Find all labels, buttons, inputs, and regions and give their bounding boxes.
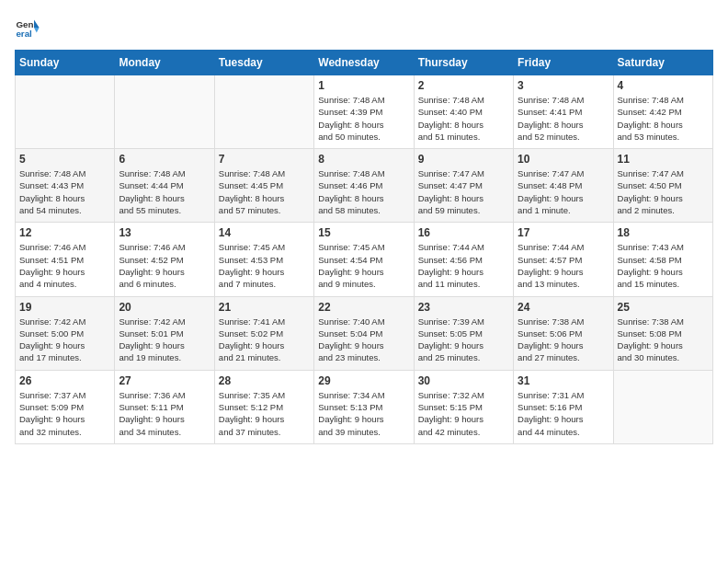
day-number: 1 [318, 79, 409, 92]
day-number: 11 [618, 153, 709, 166]
calendar-table: SundayMondayTuesdayWednesdayThursdayFrid… [15, 50, 713, 444]
day-cell: 13Sunrise: 7:46 AM Sunset: 4:52 PM Dayli… [115, 223, 214, 296]
day-number: 30 [418, 374, 509, 387]
week-row-5: 26Sunrise: 7:37 AM Sunset: 5:09 PM Dayli… [16, 370, 713, 443]
day-cell: 22Sunrise: 7:40 AM Sunset: 5:04 PM Dayli… [314, 296, 414, 370]
day-number: 27 [119, 374, 210, 387]
day-cell: 10Sunrise: 7:47 AM Sunset: 4:48 PM Dayli… [514, 149, 613, 223]
logo-icon: Gen eral [15, 15, 40, 40]
week-row-1: 1Sunrise: 7:48 AM Sunset: 4:39 PM Daylig… [16, 75, 713, 149]
day-info: Sunrise: 7:40 AM Sunset: 5:04 PM Dayligh… [318, 316, 409, 364]
header-day-thursday: Thursday [414, 51, 513, 75]
day-info: Sunrise: 7:42 AM Sunset: 5:01 PM Dayligh… [119, 316, 210, 364]
day-number: 13 [119, 226, 210, 239]
day-number: 14 [219, 226, 310, 239]
day-info: Sunrise: 7:43 AM Sunset: 4:58 PM Dayligh… [618, 241, 709, 290]
day-cell: 21Sunrise: 7:41 AM Sunset: 5:02 PM Dayli… [214, 296, 313, 370]
header-day-saturday: Saturday [613, 51, 712, 75]
day-number: 31 [518, 374, 609, 387]
day-info: Sunrise: 7:48 AM Sunset: 4:44 PM Dayligh… [119, 167, 210, 216]
day-cell: 7Sunrise: 7:48 AM Sunset: 4:45 PM Daylig… [214, 149, 313, 223]
day-number: 21 [219, 301, 310, 314]
day-info: Sunrise: 7:47 AM Sunset: 4:47 PM Dayligh… [418, 167, 509, 216]
day-number: 17 [518, 226, 609, 239]
day-cell: 27Sunrise: 7:36 AM Sunset: 5:11 PM Dayli… [115, 370, 214, 443]
day-info: Sunrise: 7:37 AM Sunset: 5:09 PM Dayligh… [19, 389, 110, 438]
day-info: Sunrise: 7:47 AM Sunset: 4:48 PM Dayligh… [518, 167, 609, 216]
day-info: Sunrise: 7:48 AM Sunset: 4:46 PM Dayligh… [318, 167, 409, 216]
day-cell [214, 75, 313, 149]
day-number: 5 [19, 153, 110, 166]
day-cell: 3Sunrise: 7:48 AM Sunset: 4:41 PM Daylig… [514, 75, 613, 149]
day-info: Sunrise: 7:42 AM Sunset: 5:00 PM Dayligh… [19, 316, 110, 364]
day-cell: 19Sunrise: 7:42 AM Sunset: 5:00 PM Dayli… [16, 296, 115, 370]
day-cell: 1Sunrise: 7:48 AM Sunset: 4:39 PM Daylig… [314, 75, 414, 149]
svg-marker-3 [34, 28, 40, 33]
svg-marker-2 [34, 20, 40, 28]
day-info: Sunrise: 7:32 AM Sunset: 5:15 PM Dayligh… [418, 389, 509, 438]
week-row-3: 12Sunrise: 7:46 AM Sunset: 4:51 PM Dayli… [16, 223, 713, 296]
header-day-friday: Friday [514, 51, 613, 75]
day-number: 16 [418, 226, 509, 239]
day-info: Sunrise: 7:44 AM Sunset: 4:57 PM Dayligh… [518, 241, 609, 290]
day-number: 24 [518, 301, 609, 314]
day-info: Sunrise: 7:48 AM Sunset: 4:41 PM Dayligh… [518, 94, 609, 143]
day-cell: 8Sunrise: 7:48 AM Sunset: 4:46 PM Daylig… [314, 149, 414, 223]
svg-text:eral: eral [16, 29, 32, 39]
header-row: SundayMondayTuesdayWednesdayThursdayFrid… [16, 51, 713, 75]
day-cell: 29Sunrise: 7:34 AM Sunset: 5:13 PM Dayli… [314, 370, 414, 443]
day-info: Sunrise: 7:48 AM Sunset: 4:42 PM Dayligh… [618, 94, 709, 143]
day-info: Sunrise: 7:46 AM Sunset: 4:51 PM Dayligh… [19, 241, 110, 290]
day-number: 26 [19, 374, 110, 387]
day-info: Sunrise: 7:38 AM Sunset: 5:06 PM Dayligh… [518, 316, 609, 364]
week-row-2: 5Sunrise: 7:48 AM Sunset: 4:43 PM Daylig… [16, 149, 713, 223]
day-info: Sunrise: 7:36 AM Sunset: 5:11 PM Dayligh… [119, 389, 210, 438]
day-cell: 11Sunrise: 7:47 AM Sunset: 4:50 PM Dayli… [613, 149, 712, 223]
header-day-tuesday: Tuesday [214, 51, 313, 75]
day-cell: 31Sunrise: 7:31 AM Sunset: 5:16 PM Dayli… [514, 370, 613, 443]
day-number: 6 [119, 153, 210, 166]
day-info: Sunrise: 7:38 AM Sunset: 5:08 PM Dayligh… [618, 316, 709, 364]
day-number: 18 [618, 226, 709, 239]
week-row-4: 19Sunrise: 7:42 AM Sunset: 5:00 PM Dayli… [16, 296, 713, 370]
day-info: Sunrise: 7:45 AM Sunset: 4:54 PM Dayligh… [318, 241, 409, 290]
day-info: Sunrise: 7:48 AM Sunset: 4:45 PM Dayligh… [219, 167, 310, 216]
day-info: Sunrise: 7:48 AM Sunset: 4:39 PM Dayligh… [318, 94, 409, 143]
header-day-sunday: Sunday [16, 51, 115, 75]
day-info: Sunrise: 7:41 AM Sunset: 5:02 PM Dayligh… [219, 316, 310, 364]
day-number: 19 [19, 301, 110, 314]
day-number: 2 [418, 79, 509, 92]
day-cell: 17Sunrise: 7:44 AM Sunset: 4:57 PM Dayli… [514, 223, 613, 296]
day-cell: 6Sunrise: 7:48 AM Sunset: 4:44 PM Daylig… [115, 149, 214, 223]
header-day-wednesday: Wednesday [314, 51, 414, 75]
logo: Gen eral [15, 15, 44, 40]
day-info: Sunrise: 7:35 AM Sunset: 5:12 PM Dayligh… [219, 389, 310, 438]
day-number: 12 [19, 226, 110, 239]
day-info: Sunrise: 7:34 AM Sunset: 5:13 PM Dayligh… [318, 389, 409, 438]
day-cell: 14Sunrise: 7:45 AM Sunset: 4:53 PM Dayli… [214, 223, 313, 296]
day-number: 22 [318, 301, 409, 314]
day-number: 8 [318, 153, 409, 166]
day-info: Sunrise: 7:48 AM Sunset: 4:43 PM Dayligh… [19, 167, 110, 216]
header: Gen eral [15, 15, 713, 40]
day-info: Sunrise: 7:46 AM Sunset: 4:52 PM Dayligh… [119, 241, 210, 290]
day-cell: 2Sunrise: 7:48 AM Sunset: 4:40 PM Daylig… [414, 75, 513, 149]
day-cell: 26Sunrise: 7:37 AM Sunset: 5:09 PM Dayli… [16, 370, 115, 443]
day-cell: 4Sunrise: 7:48 AM Sunset: 4:42 PM Daylig… [613, 75, 712, 149]
day-info: Sunrise: 7:48 AM Sunset: 4:40 PM Dayligh… [418, 94, 509, 143]
day-number: 10 [518, 153, 609, 166]
day-cell: 5Sunrise: 7:48 AM Sunset: 4:43 PM Daylig… [16, 149, 115, 223]
day-info: Sunrise: 7:39 AM Sunset: 5:05 PM Dayligh… [418, 316, 509, 364]
day-cell [16, 75, 115, 149]
day-cell: 24Sunrise: 7:38 AM Sunset: 5:06 PM Dayli… [514, 296, 613, 370]
day-number: 28 [219, 374, 310, 387]
day-cell: 23Sunrise: 7:39 AM Sunset: 5:05 PM Dayli… [414, 296, 513, 370]
day-number: 3 [518, 79, 609, 92]
day-cell: 15Sunrise: 7:45 AM Sunset: 4:54 PM Dayli… [314, 223, 414, 296]
day-number: 23 [418, 301, 509, 314]
day-cell: 28Sunrise: 7:35 AM Sunset: 5:12 PM Dayli… [214, 370, 313, 443]
day-info: Sunrise: 7:45 AM Sunset: 4:53 PM Dayligh… [219, 241, 310, 290]
day-cell: 18Sunrise: 7:43 AM Sunset: 4:58 PM Dayli… [613, 223, 712, 296]
day-number: 15 [318, 226, 409, 239]
day-info: Sunrise: 7:44 AM Sunset: 4:56 PM Dayligh… [418, 241, 509, 290]
